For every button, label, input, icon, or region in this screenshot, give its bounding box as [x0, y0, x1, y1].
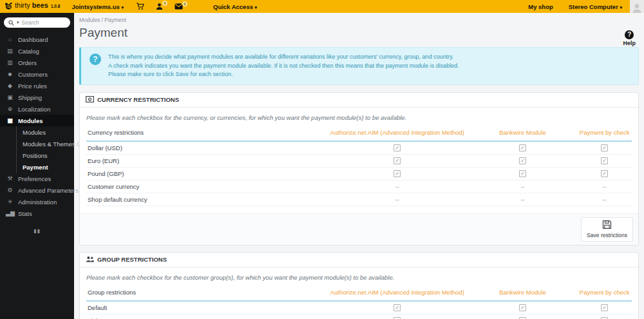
sidebar-item-orders[interactable]: ▥Orders — [0, 57, 74, 68]
sidebar-item-advanced-parameters[interactable]: ⚙Advanced Parameters — [0, 184, 74, 196]
module-checkbox[interactable]: ✓ — [519, 170, 526, 177]
employees-notification-icon[interactable]: 0 — [150, 3, 169, 10]
row-label: Pound (GBP) — [86, 167, 327, 180]
sidebar-item-catalog[interactable]: ▤Catalog — [0, 45, 74, 57]
checkbox-cell: ✓ — [468, 154, 577, 167]
row-label: Euro (EUR) — [86, 154, 327, 167]
sidebar-item-customers[interactable]: ☻Customers — [0, 68, 74, 80]
table-row: Visitor✓✓✓ — [86, 314, 632, 319]
table-row: Customer currency------ — [86, 180, 632, 193]
quick-access-menu[interactable]: Quick Access ▾ — [207, 3, 263, 10]
save-currency-restrictions-button[interactable]: Save restrictions — [581, 217, 633, 242]
currency-panel-note: Please mark each checkbox for the curren… — [80, 108, 638, 122]
group_panel-tbody: Default✓✓✓Visitor✓✓✓Guest✓✓✓ — [86, 301, 632, 319]
checkbox-cell: ✓ — [577, 314, 632, 319]
currency-restrictions-table: Currency restrictions Authorize.net AIM … — [86, 125, 632, 206]
column-header-group: Group restrictions — [86, 285, 327, 301]
brand-name-regular: thirty — [15, 1, 30, 9]
module-checkbox[interactable]: ✓ — [601, 317, 608, 319]
currency-restrictions-panel: CURRENCY RESTRICTIONS Please mark each c… — [79, 92, 639, 246]
sidebar-item-dashboard[interactable]: ⌂Dashboard — [0, 34, 74, 45]
column-header-authorize[interactable]: Authorize.net AIM (Advanced Integration … — [327, 125, 468, 141]
column-header-bankwire[interactable]: Bankwire Module — [468, 125, 577, 141]
module-checkbox[interactable]: ✓ — [393, 304, 401, 311]
module-checkbox[interactable]: ✓ — [393, 170, 401, 177]
chevron-down-icon: ▾ — [620, 5, 622, 10]
sidebar-submenu: ModulesModules & Themes Catal...Position… — [16, 126, 74, 173]
checkbox-cell: ✓ — [468, 301, 577, 314]
sidebar-item-localization[interactable]: ⊕Localization — [0, 103, 74, 115]
chevron-down-icon: ▾ — [255, 5, 258, 10]
group-restrictions-table: Group restrictions Authorize.net AIM (Ad… — [86, 285, 632, 319]
my-shop-link[interactable]: My shop — [520, 3, 561, 10]
sidebar-item-stats[interactable]: ▃▆Stats — [0, 208, 74, 219]
sidebar-subitem-modules-themes-catal-[interactable]: Modules & Themes Catal... — [17, 138, 74, 150]
module-checkbox[interactable]: ✓ — [519, 144, 526, 151]
column-header-check[interactable]: Payment by check — [577, 285, 632, 301]
employee-avatar[interactable] — [630, 0, 644, 13]
sidebar-item-label: Catalog — [18, 48, 39, 55]
info-alert-line: Please make sure to click Save for each … — [108, 70, 632, 79]
breadcrumb-modules[interactable]: Modules — [79, 17, 100, 23]
sidebar-item-administration[interactable]: ✳Administration — [0, 196, 74, 208]
sidebar-item-label: Preferences — [18, 175, 51, 182]
sidebar-item-label: Advanced Parameters — [18, 187, 79, 194]
help-button[interactable]: ? Help — [623, 30, 636, 46]
sidebar-item-price-rules[interactable]: ◆Price rules — [0, 80, 74, 92]
sidebar-item-label: Shipping — [18, 94, 42, 101]
not-applicable-cell: -- — [468, 180, 577, 193]
sidebar-item-shipping[interactable]: ▣Shipping — [0, 92, 74, 103]
cart-icon[interactable] — [130, 3, 150, 10]
module-checkbox[interactable]: ✓ — [393, 157, 401, 164]
sidebar-subitem-modules[interactable]: Modules — [17, 126, 74, 138]
row-label: Customer currency — [86, 180, 327, 193]
bee-logo-icon — [4, 1, 13, 12]
sidebar-collapse-button[interactable]: ▮▮ — [0, 228, 74, 234]
messages-envelope-icon[interactable]: 0 — [169, 3, 189, 10]
module-checkbox[interactable]: ✓ — [393, 144, 401, 151]
brand-version: 1.0.8 — [51, 4, 60, 8]
sidebar-item-label: Administration — [18, 198, 57, 206]
advanced-parameters-gears-icon: ⚙ — [6, 187, 14, 193]
module-checkbox[interactable]: ✓ — [601, 157, 608, 164]
module-checkbox[interactable]: ✓ — [393, 317, 401, 319]
not-applicable-cell: -- — [577, 193, 632, 206]
sidebar-item-modules[interactable]: ▦Modules — [0, 115, 74, 126]
not-applicable-cell: -- — [327, 193, 468, 206]
search-scope-chevron-icon[interactable]: ▾ — [17, 20, 19, 25]
orders-card-icon: ▥ — [6, 59, 14, 66]
search-input[interactable]: ▾ Search — [4, 17, 70, 28]
checkbox-cell: ✓ — [327, 314, 468, 319]
sidebar-subitem-positions[interactable]: Positions — [17, 150, 74, 161]
module-checkbox[interactable]: ✓ — [519, 304, 526, 311]
column-header-check[interactable]: Payment by check — [577, 125, 632, 141]
checkbox-cell: ✓ — [327, 167, 468, 180]
brand-name-bold: bees — [32, 1, 48, 9]
row-label: Default — [86, 301, 327, 314]
brand-logo[interactable]: thirty bees 1.0.8 — [0, 1, 65, 12]
column-header-authorize[interactable]: Authorize.net AIM (Advanced Integration … — [327, 285, 468, 301]
column-header-bankwire[interactable]: Bankwire Module — [468, 285, 577, 301]
module-checkbox[interactable]: ✓ — [519, 157, 526, 164]
module-checkbox[interactable]: ✓ — [519, 317, 526, 319]
not-applicable-cell: -- — [577, 180, 632, 193]
sidebar-item-preferences[interactable]: ⚒Preferences — [0, 173, 74, 184]
table-row: Shop default currency------ — [86, 193, 632, 206]
employee-menu[interactable]: Stereo Computer ▾ — [561, 3, 630, 10]
sidebar-item-label: Dashboard — [18, 36, 48, 43]
breadcrumb-payment[interactable]: Payment — [104, 17, 126, 23]
module-checkbox[interactable]: ✓ — [601, 304, 608, 311]
administration-gear-icon: ✳ — [6, 198, 14, 205]
sidebar-nav: ⌂Dashboard▤Catalog▥Orders☻Customers◆Pric… — [0, 34, 74, 219]
checkbox-cell: ✓ — [577, 301, 632, 314]
currency_panel-tbody: Dollar (USD)✓✓✓Euro (EUR)✓✓✓Pound (GBP)✓… — [86, 141, 632, 206]
group-people-icon — [86, 256, 94, 264]
module-checkbox[interactable]: ✓ — [601, 170, 608, 177]
sidebar-item-label: Price rules — [18, 82, 47, 90]
shop-url-menu[interactable]: Jointsystems.us ▾ — [65, 3, 130, 10]
info-alert-line: This is where you decide what payment mo… — [108, 53, 632, 62]
module-checkbox[interactable]: ✓ — [601, 144, 608, 151]
info-alert-line: A check mark indicates you want the paym… — [108, 62, 632, 71]
save-floppy-icon — [602, 220, 612, 231]
sidebar-subitem-payment[interactable]: Payment — [17, 161, 74, 173]
